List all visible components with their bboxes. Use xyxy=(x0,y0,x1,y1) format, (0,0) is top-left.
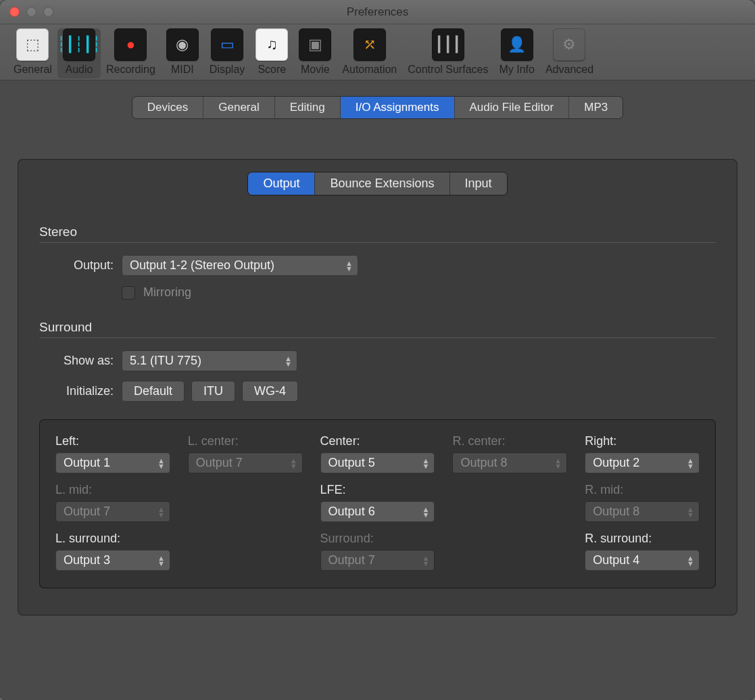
init-wg-4-button[interactable]: WG-4 xyxy=(242,381,298,402)
window-title: Preferences xyxy=(0,5,755,19)
channel-value: Output 8 xyxy=(460,456,507,469)
channel-label: Surround: xyxy=(320,532,435,546)
tab-devices[interactable]: Devices xyxy=(132,97,203,118)
tab-audio-file-editor[interactable]: Audio File Editor xyxy=(455,97,570,118)
channel-cell: LFE:Output 6▲▼ xyxy=(320,483,435,522)
chevron-updown-icon: ▲▼ xyxy=(422,458,430,468)
showas-value: 5.1 (ITU 775) xyxy=(130,354,201,367)
channel-select[interactable]: Output 2▲▼ xyxy=(585,452,700,473)
subtab-bounce-extensions[interactable]: Bounce Extensions xyxy=(315,172,449,195)
channel-label: L. center: xyxy=(188,434,303,448)
channel-label: R. surround: xyxy=(585,532,700,546)
channel-select[interactable]: Output 5▲▼ xyxy=(320,452,435,473)
chevron-updown-icon: ▲▼ xyxy=(687,458,694,468)
channel-cell: Center:Output 5▲▼ xyxy=(320,434,435,473)
channel-select: Output 8▲▼ xyxy=(452,452,567,473)
toolbar-label: Display xyxy=(210,64,245,76)
io-assignments-panel: OutputBounce ExtensionsInput Stereo Outp… xyxy=(18,159,737,615)
subtab-output[interactable]: Output xyxy=(248,172,315,195)
toolbar-label: General xyxy=(14,64,52,76)
titlebar: Preferences xyxy=(0,0,755,24)
chevron-updown-icon: ▲▼ xyxy=(157,507,165,517)
chevron-updown-icon: ▲▼ xyxy=(687,507,694,517)
stereo-section-title: Stereo xyxy=(39,225,716,239)
mirroring-checkbox[interactable] xyxy=(122,286,135,300)
channel-select[interactable]: Output 6▲▼ xyxy=(320,501,435,522)
init-default-button[interactable]: Default xyxy=(122,381,185,402)
channel-label: Left: xyxy=(55,434,170,448)
stereo-output-value: Output 1-2 (Stereo Output) xyxy=(130,258,274,272)
channel-select[interactable]: Output 3▲▼ xyxy=(55,550,170,571)
toolbar-label: Control Surfaces xyxy=(408,64,488,76)
chevron-updown-icon: ▲▼ xyxy=(422,555,430,565)
channel-value: Output 1 xyxy=(64,456,110,469)
chevron-updown-icon: ▲▼ xyxy=(687,555,694,565)
toolbar-movie-button[interactable]: ▣Movie xyxy=(293,28,337,78)
chevron-updown-icon: ▲▼ xyxy=(345,260,353,271)
automation-icon: ⤱ xyxy=(354,28,386,61)
toolbar-label: Movie xyxy=(301,64,330,76)
subtab-input[interactable]: Input xyxy=(450,172,507,195)
channel-label: Right: xyxy=(585,434,700,448)
toolbar-audio-button[interactable]: ┆┃┆┃┆Audio xyxy=(57,28,101,78)
tab-mp3[interactable]: MP3 xyxy=(569,97,623,118)
divider xyxy=(39,242,716,243)
channel-value: Output 3 xyxy=(64,553,110,567)
chevron-updown-icon: ▲▼ xyxy=(422,507,430,517)
tab-bar: DevicesGeneralEditingI/O AssignmentsAudi… xyxy=(132,97,623,118)
chevron-updown-icon: ▲▼ xyxy=(290,458,297,468)
score-icon: ♫ xyxy=(255,28,288,61)
channel-cell: R. center:Output 8▲▼ xyxy=(452,434,567,473)
chevron-updown-icon: ▲▼ xyxy=(157,458,165,468)
preferences-window: Preferences ⬚General┆┃┆┃┆Audio●Recording… xyxy=(0,0,755,700)
channel-cell: R. mid:Output 8▲▼ xyxy=(585,483,700,522)
toolbar-automation-button[interactable]: ⤱Automation xyxy=(337,28,402,78)
channel-value: Output 8 xyxy=(593,505,639,518)
stereo-output-select[interactable]: Output 1-2 (Stereo Output) ▲▼ xyxy=(122,255,358,276)
channel-cell: R. surround:Output 4▲▼ xyxy=(585,532,700,571)
toolbar-control-button[interactable]: ┃┃┃Control Surfaces xyxy=(402,28,493,78)
toolbar-label: Advanced xyxy=(545,64,593,76)
toolbar-score-button[interactable]: ♫Score xyxy=(250,28,293,78)
channel-matrix: Left:Output 1▲▼L. center:Output 7▲▼Cente… xyxy=(39,419,716,588)
toolbar-label: My Info xyxy=(499,64,534,76)
toolbar-general-button[interactable]: ⬚General xyxy=(8,28,57,78)
channel-value: Output 7 xyxy=(196,456,243,469)
showas-select[interactable]: 5.1 (ITU 775) ▲▼ xyxy=(122,350,297,371)
toolbar-label: Audio xyxy=(65,64,93,76)
tab-general[interactable]: General xyxy=(203,97,274,118)
channel-cell: Right:Output 2▲▼ xyxy=(585,434,700,473)
output-label: Output: xyxy=(39,258,114,273)
channel-value: Output 7 xyxy=(64,505,110,518)
toolbar-advanced-button[interactable]: ⚙︎Advanced xyxy=(540,28,599,78)
mirroring-label: Mirroring xyxy=(143,285,191,300)
channel-cell: L. mid:Output 7▲▼ xyxy=(55,483,170,522)
tab-i-o-assignments[interactable]: I/O Assignments xyxy=(341,97,455,118)
advanced-icon: ⚙︎ xyxy=(553,28,585,61)
channel-label: R. center: xyxy=(452,434,567,448)
divider xyxy=(39,337,716,338)
channel-select[interactable]: Output 1▲▼ xyxy=(55,452,170,473)
channel-label: L. mid: xyxy=(55,483,170,497)
general-icon: ⬚ xyxy=(16,28,49,61)
tab-editing[interactable]: Editing xyxy=(275,97,341,118)
channel-label: L. surround: xyxy=(55,532,170,546)
toolbar-midi-button[interactable]: ◉MIDI xyxy=(161,28,204,78)
toolbar-myinfo-button[interactable]: 👤My Info xyxy=(493,28,539,78)
chevron-updown-icon: ▲▼ xyxy=(157,555,165,565)
recording-icon: ● xyxy=(114,28,147,61)
channel-select: Output 7▲▼ xyxy=(188,452,303,473)
toolbar-recording-button[interactable]: ●Recording xyxy=(101,28,161,78)
audio-icon: ┆┃┆┃┆ xyxy=(63,28,95,61)
channel-value: Output 4 xyxy=(593,553,639,567)
toolbar-display-button[interactable]: ▭Display xyxy=(204,28,250,78)
channel-cell: L. surround:Output 3▲▼ xyxy=(55,532,170,571)
channel-value: Output 7 xyxy=(328,553,375,567)
init-itu-button[interactable]: ITU xyxy=(191,381,235,402)
channel-cell: Surround:Output 7▲▼ xyxy=(320,532,435,571)
initialize-button-row: DefaultITUWG-4 xyxy=(122,381,298,402)
channel-select[interactable]: Output 4▲▼ xyxy=(585,550,700,571)
surround-section-title: Surround xyxy=(39,320,716,335)
toolbar-label: Automation xyxy=(342,64,397,76)
toolbar-label: Score xyxy=(258,64,286,76)
